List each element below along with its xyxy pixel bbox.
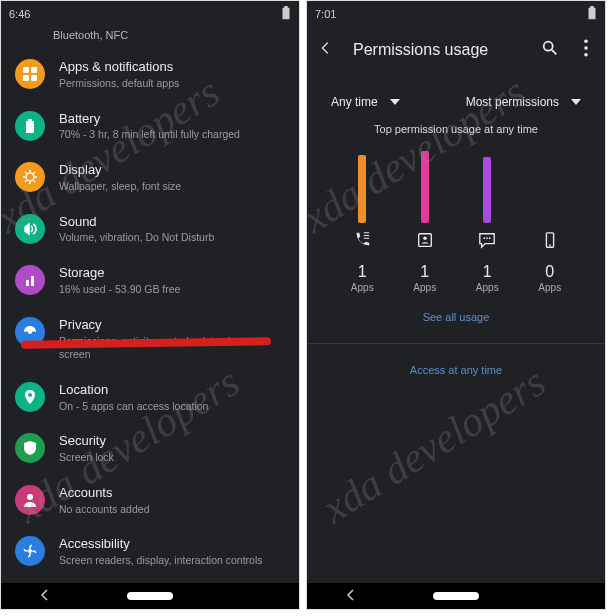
header: Permissions usage bbox=[307, 27, 605, 73]
row-text: SecurityScreen lock bbox=[59, 433, 285, 465]
time-filter[interactable]: Any time bbox=[331, 95, 400, 109]
perm-call[interactable]: 1 Apps bbox=[337, 231, 387, 293]
battery-icon bbox=[281, 6, 291, 22]
home-pill[interactable] bbox=[433, 592, 479, 600]
row-sub: Screen readers, display, interaction con… bbox=[59, 554, 285, 568]
svg-point-12 bbox=[584, 53, 588, 57]
perm-sms[interactable]: 1 Apps bbox=[462, 231, 512, 293]
device-icon bbox=[541, 231, 559, 249]
setting-row-display[interactable]: DisplayWallpaper, sleep, font size bbox=[1, 152, 299, 204]
clock: 6:46 bbox=[9, 8, 30, 20]
svg-point-9 bbox=[544, 42, 553, 51]
row-text: AccessibilityScreen readers, display, in… bbox=[59, 536, 285, 568]
svg-point-14 bbox=[423, 236, 427, 240]
row-icon bbox=[15, 433, 45, 463]
bar-sms bbox=[483, 157, 491, 223]
svg-point-16 bbox=[486, 237, 488, 239]
phone-icon bbox=[353, 231, 371, 249]
perm-device[interactable]: 0 Apps bbox=[525, 231, 575, 293]
perm-label: Apps bbox=[351, 282, 374, 293]
svg-point-4 bbox=[26, 173, 34, 181]
svg-point-7 bbox=[27, 494, 33, 500]
svg-rect-3 bbox=[31, 75, 37, 81]
back-icon[interactable] bbox=[317, 39, 335, 61]
perm-label: Apps bbox=[538, 282, 561, 293]
row-sub: Volume, vibration, Do Not Disturb bbox=[59, 231, 285, 245]
svg-point-17 bbox=[489, 237, 491, 239]
setting-row-location[interactable]: LocationOn - 5 apps can access location bbox=[1, 372, 299, 424]
row-sub: Permissions, default apps bbox=[59, 77, 285, 91]
chevron-down-icon bbox=[571, 97, 581, 107]
perm-icons: 1 Apps 1 Apps 1 Apps 0 Apps bbox=[307, 223, 605, 297]
setting-row-apps-notifications[interactable]: Apps & notificationsPermissions, default… bbox=[1, 49, 299, 101]
row-title: Accessibility bbox=[59, 536, 285, 553]
network-sub: Bluetooth, NFC bbox=[1, 27, 299, 49]
perm-count: 1 bbox=[483, 263, 492, 281]
row-sub: 70% - 3 hr, 8 min left until fully charg… bbox=[59, 128, 285, 142]
sort-filter-label: Most permissions bbox=[466, 95, 559, 109]
setting-row-battery[interactable]: Battery70% - 3 hr, 8 min left until full… bbox=[1, 101, 299, 153]
row-icon bbox=[15, 214, 45, 244]
row-icon bbox=[15, 485, 45, 515]
row-text: DisplayWallpaper, sleep, font size bbox=[59, 162, 285, 194]
see-all-link[interactable]: See all usage bbox=[307, 297, 605, 337]
perm-contacts[interactable]: 1 Apps bbox=[400, 231, 450, 293]
filter-row: Any time Most permissions bbox=[307, 73, 605, 119]
row-sub: 16% used - 53.90 GB free bbox=[59, 283, 285, 297]
row-title: Sound bbox=[59, 214, 285, 231]
access-link[interactable]: Access at any time bbox=[307, 350, 605, 390]
row-title: Accounts bbox=[59, 485, 285, 502]
home-pill[interactable] bbox=[127, 592, 173, 600]
svg-point-6 bbox=[28, 393, 32, 397]
clock: 7:01 bbox=[315, 8, 336, 20]
search-icon[interactable] bbox=[541, 39, 559, 61]
perm-count: 1 bbox=[420, 263, 429, 281]
time-filter-label: Any time bbox=[331, 95, 378, 109]
row-title: Privacy bbox=[59, 317, 285, 334]
row-title: Battery bbox=[59, 111, 285, 128]
setting-row-storage[interactable]: Storage16% used - 53.90 GB free bbox=[1, 255, 299, 307]
bar-contacts bbox=[421, 151, 429, 223]
svg-point-5 bbox=[28, 330, 32, 334]
svg-rect-1 bbox=[31, 67, 37, 73]
row-icon bbox=[15, 265, 45, 295]
perm-count: 0 bbox=[545, 263, 554, 281]
setting-row-security[interactable]: SecurityScreen lock bbox=[1, 423, 299, 475]
back-nav-icon[interactable] bbox=[345, 587, 357, 605]
setting-row-sound[interactable]: SoundVolume, vibration, Do Not Disturb bbox=[1, 204, 299, 256]
row-text: SoundVolume, vibration, Do Not Disturb bbox=[59, 214, 285, 246]
row-title: Storage bbox=[59, 265, 285, 282]
row-icon bbox=[15, 162, 45, 192]
back-nav-icon[interactable] bbox=[39, 587, 51, 605]
settings-screen: 6:46 Bluetooth, NFC Apps & notifications… bbox=[0, 0, 300, 610]
more-icon[interactable] bbox=[577, 39, 595, 61]
row-title: Display bbox=[59, 162, 285, 179]
bar-call bbox=[358, 155, 366, 223]
row-sub: Wallpaper, sleep, font size bbox=[59, 180, 285, 194]
perm-label: Apps bbox=[413, 282, 436, 293]
contacts-icon bbox=[416, 231, 434, 249]
nav-bar bbox=[307, 583, 605, 609]
permissions-screen: 7:01 Permissions usage Any time Most per… bbox=[306, 0, 606, 610]
row-icon bbox=[15, 111, 45, 141]
svg-point-11 bbox=[584, 46, 588, 50]
setting-row-accounts[interactable]: AccountsNo accounts added bbox=[1, 475, 299, 527]
row-sub: Screen lock bbox=[59, 451, 285, 465]
row-title: Location bbox=[59, 382, 285, 399]
row-text: LocationOn - 5 apps can access location bbox=[59, 382, 285, 414]
row-text: Storage16% used - 53.90 GB free bbox=[59, 265, 285, 297]
sort-filter[interactable]: Most permissions bbox=[466, 95, 581, 109]
svg-rect-2 bbox=[23, 75, 29, 81]
page-title: Permissions usage bbox=[353, 41, 523, 59]
setting-row-accessibility[interactable]: AccessibilityScreen readers, display, in… bbox=[1, 526, 299, 578]
status-bar: 6:46 bbox=[1, 1, 299, 27]
status-bar: 7:01 bbox=[307, 1, 605, 27]
row-icon bbox=[15, 59, 45, 89]
row-text: Apps & notificationsPermissions, default… bbox=[59, 59, 285, 91]
row-sub: On - 5 apps can access location bbox=[59, 400, 285, 414]
row-icon bbox=[15, 382, 45, 412]
svg-rect-0 bbox=[23, 67, 29, 73]
svg-point-8 bbox=[28, 549, 32, 553]
row-icon bbox=[15, 536, 45, 566]
chart-title: Top permission usage at any time bbox=[307, 119, 605, 145]
